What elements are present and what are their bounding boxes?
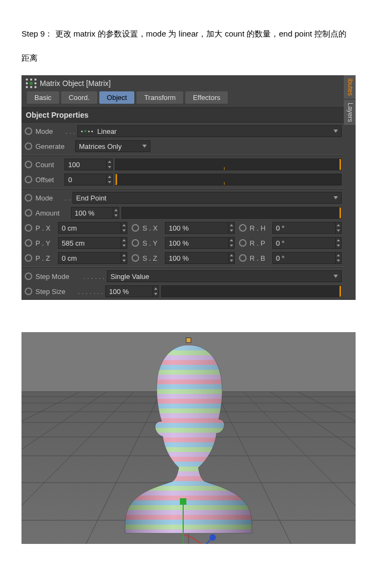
offset-slider[interactable] [115, 174, 342, 185]
stepsize-value: 100 % [106, 288, 153, 296]
count-value: 100 [65, 161, 106, 169]
anim-dot-sz[interactable] [132, 254, 139, 262]
anim-dot-amount[interactable] [25, 209, 32, 217]
rh-spinner[interactable] [335, 223, 341, 233]
sy-field[interactable]: 100 % [165, 237, 234, 249]
sx-value: 100 % [165, 224, 228, 232]
count-slider[interactable] [115, 159, 342, 170]
stepsize-field[interactable]: 100 % [105, 285, 159, 297]
dots2: . . [64, 194, 70, 202]
svg-rect-58 [113, 341, 264, 534]
label-pz: P . Z [35, 254, 56, 262]
pz-spinner[interactable] [121, 253, 127, 263]
anim-dot-mode2[interactable] [25, 194, 32, 202]
pz-field[interactable]: 0 cm [58, 252, 127, 264]
label-py: P . Y [35, 239, 56, 247]
anim-dot-rb[interactable] [239, 254, 247, 262]
sy-spinner[interactable] [228, 238, 234, 248]
sy-value: 100 % [165, 239, 228, 247]
label-offset: Offset [35, 176, 62, 184]
panel-title-row: Matrix Object [Matrix] [21, 75, 344, 89]
offset-spinner[interactable] [106, 174, 112, 185]
label-rb: R . B [250, 254, 270, 262]
sz-spinner[interactable] [228, 253, 234, 263]
sidebar-tab-attributes[interactable]: ibutes [344, 75, 356, 99]
mode2-dropdown[interactable]: End Point [73, 192, 342, 204]
anim-dot-stepmode[interactable] [25, 273, 32, 280]
rh-value: 0 ° [273, 224, 335, 232]
py-spinner[interactable] [121, 238, 127, 248]
tab-object[interactable]: Object [99, 91, 135, 104]
tab-effectors[interactable]: Effectors [185, 91, 228, 104]
tab-basic[interactable]: Basic [27, 91, 59, 104]
anim-dot-count[interactable] [25, 161, 32, 168]
anim-dot-sy[interactable] [132, 239, 139, 247]
anim-dot-mode[interactable] [25, 127, 32, 135]
mode2-value: End Point [76, 194, 106, 202]
sx-field[interactable]: 100 % [165, 222, 234, 234]
rb-field[interactable]: 0 ° [272, 252, 342, 264]
label-amount: Amount [35, 209, 69, 217]
panel-title: Matrix Object [Matrix] [40, 79, 111, 88]
sx-spinner[interactable] [228, 223, 234, 233]
mode-dropdown[interactable]: Linear [77, 125, 342, 137]
label-generate: Generate [35, 142, 73, 150]
label-sx: S . X [142, 224, 163, 232]
px-field[interactable]: 0 cm [58, 222, 127, 234]
anim-dot-stepsize[interactable] [25, 288, 32, 295]
sidebar-tab-layers[interactable]: Layers [344, 99, 356, 126]
generate-value: Matrices Only [79, 142, 121, 150]
label-count: Count [35, 161, 62, 169]
label-stepsize: Step Size [35, 288, 76, 296]
label-rh: R . H [250, 224, 270, 232]
py-field[interactable]: 585 cm [58, 237, 127, 249]
svg-line-15 [270, 391, 356, 544]
anim-dot-rp[interactable] [239, 239, 247, 247]
stepsize-spinner[interactable] [153, 286, 158, 297]
amount-slider[interactable] [121, 207, 342, 219]
stepsize-slider[interactable] [161, 285, 342, 297]
amount-value: 100 % [71, 209, 113, 217]
px-spinner[interactable] [121, 223, 127, 233]
amount-spinner[interactable] [113, 207, 119, 218]
stepmode-value: Single Value [111, 273, 149, 281]
rp-field[interactable]: 0 ° [272, 237, 342, 249]
sz-field[interactable]: 100 % [165, 252, 234, 264]
anim-dot-sx[interactable] [132, 224, 139, 232]
sz-value: 100 % [165, 254, 228, 262]
anim-dot-px[interactable] [25, 224, 32, 232]
count-field[interactable]: 100 [64, 159, 113, 170]
anim-dot-generate[interactable] [25, 142, 32, 150]
tab-coord[interactable]: Coord. [61, 91, 97, 104]
amount-field[interactable]: 100 % [71, 207, 119, 219]
dots3: . . . . . . [83, 273, 105, 281]
svg-line-17 [297, 391, 356, 544]
panel-tabs: Basic Coord. Object Transform Effectors [21, 89, 344, 107]
px-value: 0 cm [59, 224, 121, 232]
rb-spinner[interactable] [335, 253, 341, 263]
stepmode-dropdown[interactable]: Single Value [107, 270, 342, 282]
svg-line-14 [21, 391, 107, 544]
anim-dot-rh[interactable] [239, 224, 247, 232]
anim-dot-offset[interactable] [25, 176, 32, 183]
count-spinner[interactable] [106, 159, 112, 170]
anim-dot-pz[interactable] [25, 254, 32, 262]
label-px: P . X [35, 224, 56, 232]
selection-cube-icon [186, 338, 191, 343]
generate-dropdown[interactable]: Matrices Only [75, 140, 150, 152]
tab-transform[interactable]: Transform [136, 91, 183, 104]
rh-field[interactable]: 0 ° [272, 222, 342, 234]
anim-dot-py[interactable] [25, 239, 32, 247]
instruction-text: Step 9： 更改 matrix 的参数设置，mode 为 linear，加大… [21, 21, 355, 70]
section-header: Object Properties [21, 107, 344, 122]
py-value: 585 cm [59, 239, 121, 247]
rp-spinner[interactable] [335, 238, 341, 248]
3d-viewport[interactable] [21, 332, 356, 544]
label-sz: S . Z [142, 254, 163, 262]
label-sy: S . Y [142, 239, 163, 247]
attribute-panel: ibutes Layers Matrix Object [Matrix] Bas… [21, 75, 356, 300]
dots: . . . [66, 127, 75, 135]
offset-value: 0 [65, 176, 106, 184]
label-mode: Mode [35, 127, 63, 135]
offset-field[interactable]: 0 [64, 174, 113, 185]
